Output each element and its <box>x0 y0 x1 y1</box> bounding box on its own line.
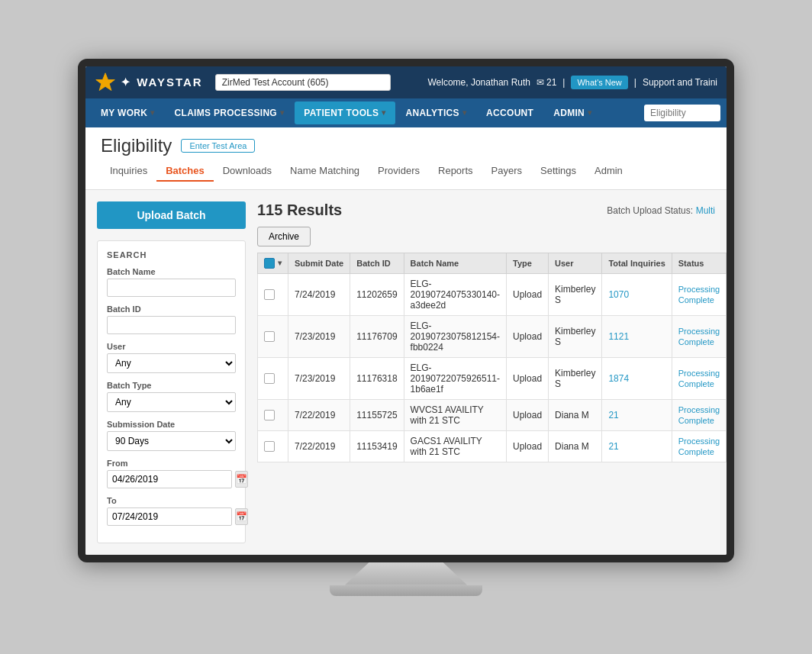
from-date-input[interactable] <box>107 470 232 488</box>
col-header-type[interactable]: Type <box>507 253 549 273</box>
nav-item-claims-processing[interactable]: CLAIMS PROCESSING ▾ <box>166 101 294 124</box>
batch-upload-status-link[interactable]: Multi <box>696 205 715 216</box>
row-checkbox[interactable] <box>264 441 275 452</box>
nav-item-admin[interactable]: ADMIN ▾ <box>544 101 601 124</box>
cell-user: Kimberley S <box>549 315 602 357</box>
submission-date-select[interactable]: 90 Days <box>107 431 236 451</box>
batch-id-label: Batch ID <box>107 304 236 314</box>
cell-total-inquiries[interactable]: 1121 <box>602 315 672 357</box>
to-date-input[interactable] <box>107 507 232 526</box>
separator2: | <box>634 77 636 88</box>
cell-type: Upload <box>507 315 549 357</box>
batch-type-select[interactable]: Any <box>107 392 236 412</box>
cell-batch-id: 11153419 <box>350 430 404 462</box>
table-body: 7/24/2019 11202659 ELG-20190724075330140… <box>258 273 735 462</box>
col-header-total-inquiries[interactable]: Total Inquiries <box>602 253 672 273</box>
nav-item-analytics[interactable]: ANALYTICS ▾ <box>397 101 476 124</box>
cell-user: Diana M <box>549 399 602 430</box>
cell-submit-date: 7/24/2019 <box>288 273 350 315</box>
monitor-wrapper: ✦ WAYSTAR ZirMed Test Account (605) Welc… <box>78 59 734 596</box>
cell-submit-date: 7/22/2019 <box>288 430 350 462</box>
search-title: SEARCH <box>107 250 236 259</box>
upload-batch-button[interactable]: Upload Batch <box>97 201 246 229</box>
main-nav: MY WORK ▾ CLAIMS PROCESSING ▾ PATIENT TO… <box>85 98 727 127</box>
batch-name-label: Batch Name <box>107 267 236 276</box>
row-checkbox[interactable] <box>264 373 275 384</box>
cell-status[interactable]: Processing Complete <box>672 273 726 315</box>
nav-search-input[interactable] <box>644 105 720 121</box>
batch-table: ▾ Submit Date Batch ID Batch Name Type U… <box>257 253 734 462</box>
tab-admin[interactable]: Admin <box>585 161 632 182</box>
row-check-cell <box>258 315 288 357</box>
monitor-screen: ✦ WAYSTAR ZirMed Test Account (605) Welc… <box>78 59 734 562</box>
cell-type: Upload <box>507 430 549 462</box>
row-checkbox[interactable] <box>264 289 275 300</box>
header-checkbox-chevron[interactable]: ▾ <box>278 259 282 267</box>
mail-count: 21 <box>546 77 556 88</box>
cell-status[interactable]: Processing Complete <box>672 315 726 357</box>
nav-item-account[interactable]: ACCOUNT <box>477 101 543 124</box>
row-checkbox[interactable] <box>264 331 275 342</box>
submission-date-group: Submission Date 90 Days <box>107 420 236 451</box>
separator: | <box>562 77 565 88</box>
tab-reports[interactable]: Reports <box>429 161 482 182</box>
col-header-batch-id[interactable]: Batch ID <box>350 253 404 273</box>
whats-new-button[interactable]: What's New <box>571 76 627 89</box>
cell-response-status: Ready <box>727 315 734 357</box>
cell-user: Kimberley S <box>549 357 602 399</box>
header-checkbox[interactable] <box>264 258 275 269</box>
cell-total-inquiries[interactable]: 21 <box>602 399 672 430</box>
tab-downloads[interactable]: Downloads <box>214 161 281 182</box>
row-check-cell <box>258 357 288 399</box>
cell-user: Diana M <box>549 430 602 462</box>
svg-marker-0 <box>96 72 115 90</box>
table-header-row: ▾ Submit Date Batch ID Batch Name Type U… <box>258 253 735 273</box>
page-header: Eligibility Enter Test Area Inquiries Ba… <box>85 127 727 190</box>
to-calendar-icon[interactable]: 📅 <box>235 508 248 525</box>
user-select[interactable]: Any <box>107 353 236 373</box>
col-header-response-status[interactable]: Response Status <box>727 253 734 273</box>
nav-item-patient-tools[interactable]: PATIENT TOOLS ▾ <box>295 101 395 124</box>
batch-name-input[interactable] <box>107 279 236 297</box>
cell-total-inquiries[interactable]: 1874 <box>602 357 672 399</box>
monitor-stand <box>345 562 467 585</box>
page-title: Eligibility <box>101 135 172 156</box>
col-header-submit-date[interactable]: Submit Date <box>288 253 350 273</box>
search-panel: SEARCH Batch Name Batch ID User <box>97 240 246 543</box>
cell-total-inquiries[interactable]: 1070 <box>602 273 672 315</box>
cell-batch-name: ELG-20190723075812154-fbb0224 <box>404 315 506 357</box>
from-calendar-icon[interactable]: 📅 <box>235 471 248 488</box>
tab-providers[interactable]: Providers <box>369 161 429 182</box>
from-date-row: 📅 <box>107 470 236 488</box>
cell-response-status: Ready <box>727 273 734 315</box>
account-selector[interactable]: ZirMed Test Account (605) <box>215 74 391 91</box>
tab-batches[interactable]: Batches <box>156 161 214 182</box>
cell-response-status: Ready <box>727 399 734 430</box>
cell-status[interactable]: Processing Complete <box>672 357 726 399</box>
waystar-logo: ✦ WAYSTAR <box>95 72 203 93</box>
mail-badge: ✉ 21 <box>536 77 556 88</box>
tab-settings[interactable]: Settings <box>531 161 585 182</box>
archive-button[interactable]: Archive <box>257 227 311 246</box>
col-header-status[interactable]: Status <box>672 253 726 273</box>
chevron-down-icon: ▾ <box>382 108 385 117</box>
row-check-cell <box>258 430 288 462</box>
tab-inquiries[interactable]: Inquiries <box>101 161 156 182</box>
enter-test-button[interactable]: Enter Test Area <box>181 139 255 153</box>
tab-payers[interactable]: Payers <box>482 161 531 182</box>
cell-total-inquiries[interactable]: 21 <box>602 430 672 462</box>
cell-submit-date: 7/23/2019 <box>288 357 350 399</box>
col-header-batch-name[interactable]: Batch Name <box>404 253 506 273</box>
batch-upload-status-text: Batch Upload Status: <box>607 205 693 216</box>
submission-date-label: Submission Date <box>107 420 236 429</box>
cell-status[interactable]: Processing Complete <box>672 430 726 462</box>
batch-id-input[interactable] <box>107 316 236 334</box>
tab-name-matching[interactable]: Name Matching <box>281 161 369 182</box>
batch-name-group: Batch Name <box>107 267 236 297</box>
row-checkbox[interactable] <box>264 410 275 420</box>
nav-item-my-work[interactable]: MY WORK ▾ <box>92 101 164 124</box>
col-header-user[interactable]: User <box>549 253 602 273</box>
logo-area: ✦ WAYSTAR ZirMed Test Account (605) <box>95 72 391 93</box>
cell-status[interactable]: Processing Complete <box>672 399 726 430</box>
cell-type: Upload <box>507 399 549 430</box>
